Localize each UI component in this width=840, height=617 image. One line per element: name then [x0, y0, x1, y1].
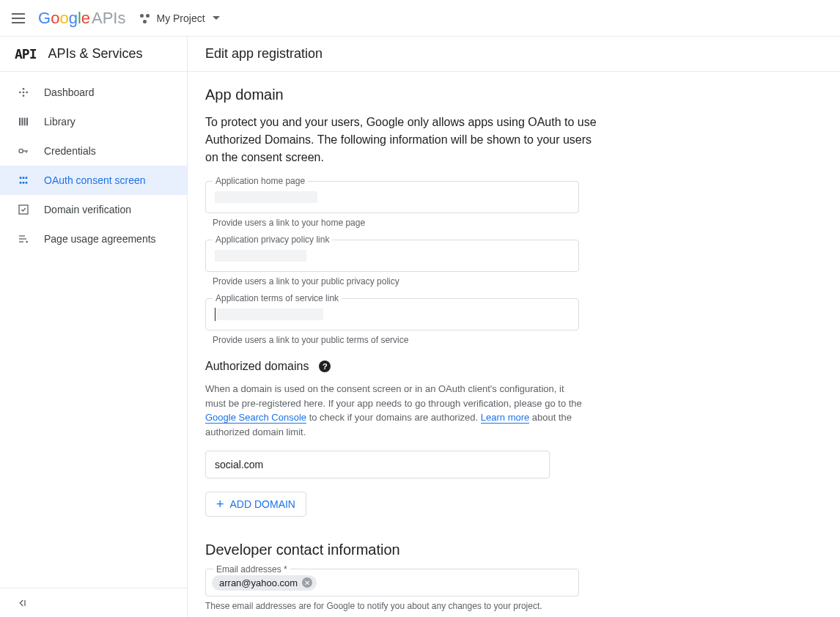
svg-rect-14 — [26, 177, 28, 179]
top-bar: Google APIs My Project — [0, 0, 840, 37]
tos-field[interactable]: Application terms of service link — [205, 298, 771, 330]
sidebar-item-label: Credentials — [44, 145, 96, 157]
app-domain-description: To protect you and your users, Google on… — [205, 114, 601, 166]
sidebar-item-label: OAuth consent screen — [44, 174, 146, 186]
email-chip-text: arran@yahoo.com — [219, 577, 298, 588]
svg-point-2 — [26, 92, 28, 94]
tos-helper: Provide users a link to your public term… — [213, 335, 771, 345]
privacy-label: Application privacy policy link — [213, 234, 332, 245]
svg-point-3 — [23, 88, 25, 90]
svg-rect-12 — [20, 177, 22, 179]
svg-rect-6 — [21, 118, 23, 126]
google-apis-logo: Google APIs — [38, 9, 125, 28]
library-icon — [16, 114, 31, 129]
svg-rect-8 — [26, 118, 28, 126]
sidebar-item-label: Page usage agreements — [44, 233, 156, 245]
agreements-icon — [16, 232, 31, 246]
home-page-field[interactable]: Application home page — [205, 181, 771, 213]
learn-more-link[interactable]: Learn more — [481, 412, 529, 424]
sidebar-item-label: Domain verification — [44, 204, 131, 215]
project-name: My Project — [156, 12, 205, 24]
domain-value: social.com — [215, 459, 263, 470]
privacy-value-redacted — [215, 250, 306, 262]
svg-rect-18 — [19, 205, 28, 214]
tos-value-redacted — [217, 308, 323, 320]
app-domain-heading: App domain — [205, 86, 771, 103]
home-page-value-redacted — [215, 191, 317, 203]
sidebar-item-credentials[interactable]: Credentials — [0, 136, 187, 166]
tos-label: Application terms of service link — [213, 293, 342, 303]
text-cursor — [215, 308, 215, 321]
sidebar-title: APIs & Services — [48, 46, 143, 62]
main-content: Edit app registration App domain To prot… — [188, 37, 840, 617]
sidebar-item-domain-verification[interactable]: Domain verification — [0, 195, 187, 224]
home-page-helper: Provide users a link to your home page — [213, 218, 771, 228]
email-chip: arran@yahoo.com ✕ — [212, 575, 317, 591]
home-page-label: Application home page — [213, 176, 308, 186]
sidebar-item-library[interactable]: Library — [0, 107, 187, 136]
svg-rect-7 — [24, 118, 26, 126]
menu-icon[interactable] — [12, 13, 25, 23]
sidebar-item-label: Library — [44, 116, 75, 128]
privacy-field[interactable]: Application privacy policy link — [205, 240, 771, 272]
email-field-label: Email addresses * — [213, 564, 290, 574]
consent-icon — [16, 173, 31, 188]
api-icon: API — [15, 46, 37, 62]
svg-point-9 — [19, 149, 23, 152]
help-icon[interactable]: ? — [319, 361, 331, 372]
project-picker[interactable]: My Project — [139, 12, 219, 24]
sidebar-header: API APIs & Services — [0, 37, 187, 72]
sidebar-item-label: Dashboard — [44, 86, 95, 98]
chevron-left-icon — [16, 597, 28, 609]
sidebar-item-page-usage[interactable]: Page usage agreements — [0, 224, 187, 254]
svg-rect-15 — [20, 182, 22, 184]
svg-rect-5 — [19, 118, 21, 126]
search-console-link[interactable]: Google Search Console — [205, 412, 306, 424]
svg-rect-16 — [23, 182, 25, 184]
svg-point-22 — [26, 241, 28, 243]
check-icon — [16, 202, 31, 217]
authorized-domain-input[interactable]: social.com — [205, 451, 550, 479]
email-helper: These email addresses are for Google to … — [205, 601, 771, 611]
add-domain-button[interactable]: + ADD DOMAIN — [205, 492, 306, 517]
key-icon — [16, 144, 31, 158]
sidebar-item-dashboard[interactable]: Dashboard — [0, 78, 187, 107]
svg-point-0 — [23, 92, 25, 94]
svg-rect-17 — [26, 182, 28, 184]
dashboard-icon — [16, 85, 31, 100]
project-icon — [139, 12, 150, 24]
authorized-domains-description: When a domain is used on the consent scr… — [205, 382, 586, 439]
svg-rect-13 — [23, 177, 25, 179]
add-domain-label: ADD DOMAIN — [230, 498, 295, 510]
page-title: Edit app registration — [188, 37, 840, 72]
privacy-helper: Provide users a link to your public priv… — [213, 276, 771, 287]
plus-icon: + — [216, 498, 224, 511]
chevron-down-icon — [213, 16, 220, 20]
sidebar: API APIs & Services Dashboard Library Cr… — [0, 37, 188, 617]
remove-chip-icon[interactable]: ✕ — [302, 577, 312, 588]
authorized-domains-heading: Authorized domains — [205, 360, 309, 373]
developer-contact-heading: Developer contact information — [205, 542, 771, 558]
svg-point-4 — [23, 95, 25, 97]
svg-point-1 — [19, 92, 21, 94]
collapse-sidebar-button[interactable] — [0, 588, 187, 617]
sidebar-item-oauth-consent[interactable]: OAuth consent screen — [0, 166, 187, 195]
email-addresses-field[interactable]: Email addresses * arran@yahoo.com ✕ — [205, 569, 579, 596]
